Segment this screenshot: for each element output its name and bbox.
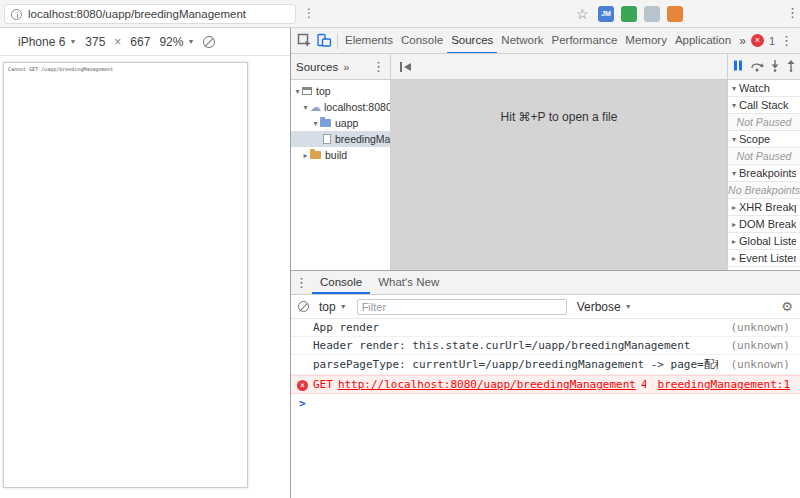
drawer-tabbar: ⋮ Console What's New bbox=[291, 271, 800, 295]
console-settings-icon[interactable]: ⚙ bbox=[781, 299, 793, 314]
navigator-menu-icon[interactable]: ⋮ bbox=[372, 59, 385, 74]
tab-elements[interactable]: Elements bbox=[341, 28, 397, 54]
chevron-down-icon: ▾ bbox=[732, 135, 736, 144]
log-source[interactable]: (unknown) bbox=[730, 321, 790, 334]
error-method: GET bbox=[313, 378, 333, 391]
pause-icon[interactable] bbox=[733, 60, 744, 73]
chevron-down-icon[interactable]: ▾ bbox=[301, 103, 310, 112]
page-info-icon[interactable] bbox=[11, 9, 22, 20]
extension-icon[interactable] bbox=[621, 6, 637, 22]
tree-item-top[interactable]: ▾ top bbox=[291, 83, 390, 99]
chevron-down-icon: ▼ bbox=[187, 38, 194, 45]
console-messages: App render (unknown) Header render: this… bbox=[291, 319, 800, 498]
chevron-right-icon: ▸ bbox=[732, 254, 736, 263]
section-watch[interactable]: ▾ Watch bbox=[728, 80, 800, 97]
extension-icon[interactable]: JM bbox=[598, 6, 614, 22]
hide-navigator-icon[interactable] bbox=[396, 57, 416, 77]
tree-item-uapp[interactable]: ▾ uapp bbox=[291, 115, 390, 131]
breakpoints-empty: No Breakpoints bbox=[728, 182, 800, 199]
frame-icon bbox=[302, 87, 312, 95]
bookmark-star-icon[interactable]: ☆ bbox=[576, 5, 589, 23]
url-bar[interactable]: localhost:8080/uapp/breedingManagement bbox=[4, 4, 296, 24]
chevron-down-icon[interactable]: ▾ bbox=[293, 87, 302, 96]
device-viewport[interactable]: Cannot GET /uapp/breedingManagement bbox=[3, 62, 248, 488]
url-text[interactable]: localhost:8080/uapp/breedingManagement bbox=[28, 8, 246, 20]
tab-application[interactable]: Application bbox=[671, 28, 735, 54]
browser-menu-icon[interactable]: ⋮ bbox=[786, 5, 799, 20]
tree-item-label: breedingManagement bbox=[335, 133, 390, 145]
error-source-link[interactable]: breedingManagement:1 bbox=[658, 378, 790, 391]
devtools-menu-icon[interactable]: ⋮ bbox=[780, 33, 793, 48]
debugger-controls bbox=[728, 54, 800, 80]
device-toolbar-toggle-icon[interactable] bbox=[314, 31, 334, 51]
tab-sources[interactable]: Sources bbox=[447, 28, 497, 54]
navigator-more-tabs-icon[interactable]: » bbox=[343, 61, 349, 73]
chevron-down-icon: ▾ bbox=[732, 84, 736, 93]
scope-empty: Not Paused bbox=[728, 148, 800, 165]
log-source[interactable]: (unknown) bbox=[730, 339, 790, 352]
section-scope[interactable]: ▾ Scope bbox=[728, 131, 800, 148]
section-breakpoints[interactable]: ▾ Breakpoints bbox=[728, 165, 800, 182]
page-error-text: Cannot GET /uapp/breedingManagement bbox=[8, 66, 113, 72]
tab-network[interactable]: Network bbox=[497, 28, 547, 54]
section-event-listener-breakpoints[interactable]: ▸ Event Listener Breakpoints bbox=[728, 250, 800, 267]
device-height-field[interactable]: 667 bbox=[130, 35, 150, 49]
prompt-chevron-icon: > bbox=[299, 397, 306, 410]
console-prompt[interactable]: > bbox=[291, 394, 800, 412]
device-width-field[interactable]: 375 bbox=[85, 35, 105, 49]
error-icon bbox=[297, 380, 308, 391]
drawer-tab-whats-new[interactable]: What's New bbox=[370, 271, 447, 294]
drawer-menu-icon[interactable]: ⋮ bbox=[295, 275, 308, 290]
sources-panel: Sources » ⋮ ▾ top ▾ ☁ localhost:8080 bbox=[291, 54, 800, 270]
tab-performance[interactable]: Performance bbox=[548, 28, 622, 54]
tab-console[interactable]: Console bbox=[397, 28, 447, 54]
drawer-tab-console[interactable]: Console bbox=[312, 271, 370, 294]
zoom-select[interactable]: 92% ▼ bbox=[159, 35, 194, 49]
folder-icon bbox=[320, 119, 331, 127]
console-filter-input[interactable] bbox=[357, 299, 567, 315]
url-menu-dots-icon[interactable]: ⋮ bbox=[303, 6, 315, 20]
console-context-value: top bbox=[319, 300, 336, 314]
tree-item-localhost[interactable]: ▾ ☁ localhost:8080 bbox=[291, 99, 390, 115]
error-badge-icon[interactable] bbox=[751, 34, 764, 47]
tree-item-label: build bbox=[325, 149, 347, 161]
extension-icon[interactable] bbox=[667, 6, 683, 22]
more-tabs-icon[interactable]: » bbox=[739, 34, 746, 48]
section-xhr-breakpoints[interactable]: ▸ XHR Breakpoints bbox=[728, 199, 800, 216]
chevron-right-icon: ▸ bbox=[732, 220, 736, 229]
navigator-tab-sources[interactable]: Sources bbox=[296, 61, 338, 73]
log-level-select[interactable]: Verbose ▼ bbox=[577, 300, 632, 314]
chevron-right-icon[interactable]: ▸ bbox=[301, 151, 310, 160]
tab-memory[interactable]: Memory bbox=[621, 28, 671, 54]
error-url-link[interactable]: http://localhost:8080/uapp/breedingManag… bbox=[338, 378, 636, 391]
debugger-sidebar: ▾ Watch ▾ Call Stack Not Paused ▾ Scope … bbox=[727, 54, 800, 270]
chevron-right-icon: ▸ bbox=[732, 237, 736, 246]
inspect-element-icon[interactable] bbox=[294, 31, 314, 51]
log-text: Header render: this.state.curUrl=/uapp/b… bbox=[313, 339, 718, 352]
step-out-icon[interactable] bbox=[786, 60, 796, 74]
console-context-select[interactable]: top ▼ bbox=[319, 300, 347, 314]
device-emulation-pane: iPhone 6 ▼ 375 × 667 92% ▼ Cannot GET /u… bbox=[0, 28, 290, 498]
navigator-header: Sources » ⋮ bbox=[291, 54, 390, 80]
device-toolbar: iPhone 6 ▼ 375 × 667 92% ▼ bbox=[0, 28, 290, 56]
tree-item-breedingmanagement[interactable]: breedingManagement bbox=[291, 131, 390, 147]
chevron-down-icon[interactable]: ▾ bbox=[311, 119, 320, 128]
log-source[interactable]: (unknown) bbox=[730, 358, 790, 371]
console-drawer: ⋮ Console What's New top ▼ Verbose ▼ ⚙ bbox=[291, 270, 800, 498]
extension-icon[interactable] bbox=[644, 6, 660, 22]
clear-console-icon[interactable] bbox=[298, 301, 309, 312]
section-global-listeners[interactable]: ▸ Global Listeners bbox=[728, 233, 800, 250]
throttling-icon[interactable] bbox=[203, 36, 215, 48]
call-stack-empty: Not Paused bbox=[728, 114, 800, 131]
section-dom-breakpoints[interactable]: ▸ DOM Breakpoints bbox=[728, 216, 800, 233]
tree-item-build[interactable]: ▸ build bbox=[291, 147, 390, 163]
editor-tabstrip bbox=[391, 54, 727, 80]
devtools-tabs: Elements Console Sources Network Perform… bbox=[341, 28, 739, 54]
chevron-down-icon: ▼ bbox=[340, 303, 347, 310]
step-into-icon[interactable] bbox=[770, 60, 780, 74]
step-over-icon[interactable] bbox=[750, 60, 764, 74]
editor-placeholder-area[interactable]: Hit ⌘+P to open a file bbox=[391, 80, 727, 270]
device-select[interactable]: iPhone 6 ▼ bbox=[18, 35, 76, 49]
screen: localhost:8080/uapp/breedingManagement ⋮… bbox=[0, 0, 800, 498]
section-call-stack[interactable]: ▾ Call Stack bbox=[728, 97, 800, 114]
